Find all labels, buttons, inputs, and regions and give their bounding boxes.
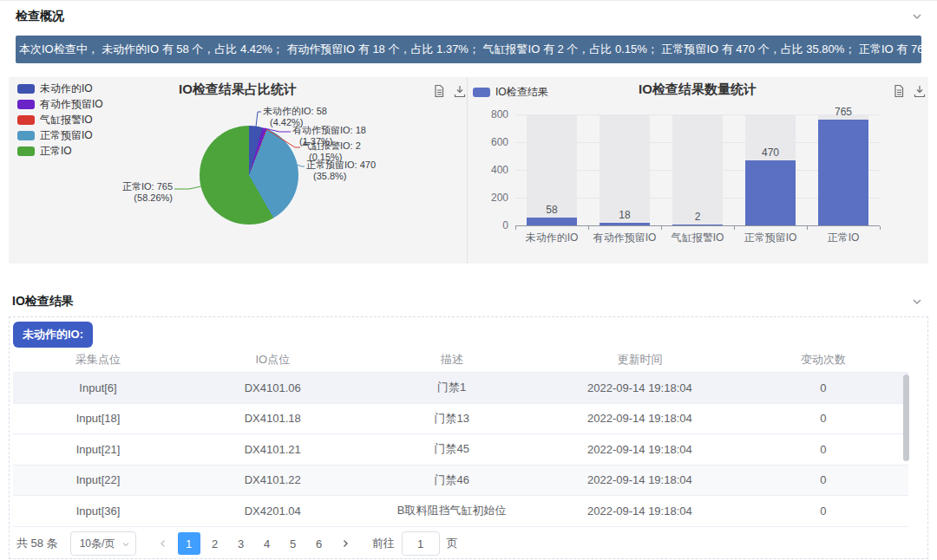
legend-label: 有动作预留IO [40, 97, 103, 112]
chevron-left-icon [158, 538, 168, 549]
pagination-bar: 共 58 条 10条/页 123456 前往 页 [13, 531, 458, 557]
x-axis-category-label: 有动作预留IO [588, 231, 661, 245]
bar-chart-title: IO检查结果数量统计 [467, 81, 928, 98]
bar-value-label: 470 [745, 147, 796, 159]
table-row: Input[36]DX4201.04B取料阻挡气缸初始位2022-09-14 1… [13, 496, 908, 527]
bar-value-label: 2 [672, 211, 723, 223]
bar-toolbox [892, 84, 927, 98]
bar[interactable] [527, 218, 577, 225]
table-row: Input[21]DX4101.21门禁452022-09-14 19:18:0… [13, 434, 908, 466]
table-cell: 2022-09-14 19:18:04 [541, 443, 738, 456]
column-header: IO点位 [183, 352, 362, 368]
page-number-button[interactable]: 6 [308, 532, 331, 555]
bar[interactable] [745, 160, 796, 225]
category-badge-button[interactable]: 未动作的IO: [13, 322, 93, 348]
bar-value-label: 58 [527, 204, 577, 216]
table-cell: 0 [738, 412, 908, 425]
goto-label: 前往 [372, 536, 395, 551]
column-header: 更新时间 [541, 352, 738, 368]
page-number-button[interactable]: 3 [230, 532, 252, 555]
table-body: Input[6]DX4101.06门禁12022-09-14 19:18:040… [13, 373, 908, 527]
page-number-button[interactable]: 5 [282, 532, 305, 555]
page-number-button[interactable]: 2 [204, 532, 226, 555]
y-axis-tick-label: 400 [474, 164, 508, 176]
legend-label: 正常预留IO [40, 128, 93, 143]
table-scrollbar-thumb[interactable] [903, 374, 909, 461]
charts-divider [467, 77, 468, 264]
io-inspection-page: 检查概况 本次IO检查中， 未动作的IO 有 58 个，占比 4.42%； 有动… [0, 0, 937, 560]
bar[interactable] [672, 225, 723, 225]
table-row: Input[6]DX4101.06门禁12022-09-14 19:18:040 [13, 373, 908, 404]
table-cell: DX4101.06 [183, 381, 362, 394]
table-cell: 2022-09-14 19:18:04 [541, 412, 738, 425]
data-view-icon[interactable] [892, 84, 906, 98]
legend-swatch [17, 147, 35, 156]
x-axis-category-label: 未动作的IO [515, 231, 588, 245]
page-size-select[interactable]: 10条/页 [70, 531, 136, 556]
overview-collapse-chevron-down-icon[interactable] [911, 10, 923, 23]
pie-graphic[interactable] [200, 126, 298, 225]
legend-swatch [17, 131, 35, 140]
column-header: 描述 [362, 352, 541, 368]
table-cell: Input[6] [13, 381, 183, 394]
legend-label: 正常IO [40, 144, 72, 159]
table-cell: Input[21] [13, 443, 183, 456]
table-cell: 2022-09-14 19:18:04 [541, 381, 738, 394]
table-cell: 0 [738, 443, 908, 456]
pie-legend-item[interactable]: 正常预留IO [17, 127, 103, 143]
charts-panel: 未动作的IO有动作预留IO气缸报警IO正常预留IO正常IO IO检查结果占比统计… [9, 77, 928, 264]
table-cell: 门禁46 [362, 472, 541, 488]
pie-legend-item[interactable]: 气缸报警IO [17, 112, 103, 127]
results-table: 采集点位IO点位描述更新时间变动次数 Input[6]DX4101.06门禁12… [13, 348, 908, 527]
bar-value-label: 765 [818, 106, 868, 118]
table-row: Input[18]DX4101.18门禁132022-09-14 19:18:0… [13, 404, 908, 435]
x-axis-tick [734, 226, 735, 230]
x-axis-tick [515, 226, 516, 230]
table-cell: 0 [738, 473, 908, 486]
x-axis-tick [880, 226, 881, 230]
pagination-total: 共 58 条 [16, 536, 58, 551]
pie-toolbox [432, 84, 467, 98]
table-cell: 门禁13 [362, 411, 541, 427]
table-cell: 门禁45 [362, 441, 541, 457]
x-axis-line [515, 225, 880, 226]
download-image-icon[interactable] [913, 84, 927, 98]
results-section-title: IO检查结果 [12, 294, 74, 309]
x-axis-tick [588, 226, 589, 230]
pie-legend-item[interactable]: 有动作预留IO [17, 96, 103, 112]
pie-slice-label: 正常IO: 765(58.26%) [86, 181, 173, 203]
results-card: 未动作的IO: 采集点位IO点位描述更新时间变动次数 Input[6]DX410… [9, 316, 928, 559]
x-axis-category-label: 正常预留IO [734, 231, 807, 245]
table-cell: DX4101.21 [183, 443, 362, 456]
goto-page-input[interactable] [402, 531, 440, 556]
legend-swatch [17, 115, 35, 125]
column-header: 采集点位 [13, 352, 183, 368]
select-chevron-down-icon [121, 540, 130, 549]
table-cell: DX4101.18 [183, 412, 362, 425]
bar-background-band [672, 114, 723, 225]
page-size-value: 10条/页 [80, 537, 115, 551]
summary-banner: 本次IO检查中， 未动作的IO 有 58 个，占比 4.42%； 有动作预留IO… [16, 36, 921, 63]
data-view-icon[interactable] [432, 84, 446, 98]
bar[interactable] [600, 223, 650, 225]
pie-slice-label: 正常预留IO: 470(35.8%) [306, 160, 376, 181]
prev-page-button[interactable] [152, 532, 174, 555]
table-cell: DX4101.22 [183, 473, 362, 486]
next-page-button[interactable] [334, 532, 357, 555]
pie-legend-item[interactable]: 正常IO [17, 143, 103, 159]
page-number-button-active[interactable]: 1 [178, 532, 200, 555]
download-image-icon[interactable] [453, 84, 467, 98]
column-header: 变动次数 [738, 352, 908, 368]
x-axis-category-label: 正常IO [807, 231, 880, 245]
x-axis-tick [661, 226, 662, 230]
bar-value-label: 18 [600, 209, 650, 221]
y-axis-tick-label: 800 [474, 108, 508, 120]
table-cell: 2022-09-14 19:18:04 [541, 505, 738, 518]
legend-label: 气缸报警IO [40, 113, 93, 127]
results-collapse-chevron-down-icon[interactable] [911, 296, 923, 308]
table-cell: 2022-09-14 19:18:04 [541, 473, 738, 486]
page-number-button[interactable]: 4 [256, 532, 278, 555]
table-header-row: 采集点位IO点位描述更新时间变动次数 [13, 348, 908, 373]
table-cell: 0 [738, 381, 908, 394]
bar[interactable] [818, 120, 868, 225]
